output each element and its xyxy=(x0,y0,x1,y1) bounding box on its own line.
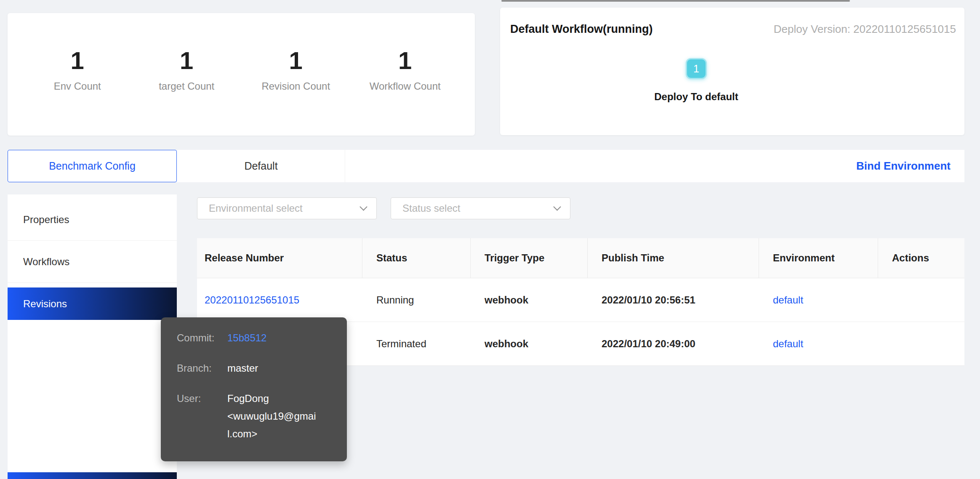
workflow-step-number: 1 xyxy=(693,63,699,75)
user-value: FogDong <wuwuglu19@gmail.com> xyxy=(227,390,317,443)
sidebar-divider xyxy=(8,282,177,283)
sidebar-item-partial[interactable] xyxy=(8,472,177,479)
trigger-type-cell: webhook xyxy=(471,278,588,322)
stat-revision-count: 1 Revision Count xyxy=(241,47,351,92)
environment-link[interactable]: default xyxy=(759,322,878,365)
sidebar-item-workflows[interactable]: Workflows xyxy=(8,245,177,278)
revision-detail-tooltip: Commit: 15b8512 Branch: master User: Fog… xyxy=(161,317,347,461)
stat-label: Revision Count xyxy=(261,80,330,92)
stat-value: 1 xyxy=(71,47,84,75)
column-header-environment: Environment xyxy=(759,238,878,278)
status-select-placeholder: Status select xyxy=(402,202,460,214)
horizontal-scrollbar[interactable] xyxy=(501,0,850,2)
actions-cell xyxy=(878,278,964,322)
column-header-publish-time: Publish Time xyxy=(588,238,759,278)
stat-value: 1 xyxy=(398,47,412,75)
environment-tab-bar: Benchmark Config Default Bind Environmen… xyxy=(8,150,964,182)
workflow-step-node[interactable]: 1 xyxy=(686,58,707,79)
tooltip-branch-row: Branch: master xyxy=(177,359,334,377)
stat-env-count: 1 Env Count xyxy=(23,47,132,92)
stat-workflow-count: 1 Workflow Count xyxy=(351,47,460,92)
status-select[interactable]: Status select xyxy=(391,197,570,219)
workflow-card: Default Workflow(running) Deploy Version… xyxy=(500,8,964,135)
tooltip-commit-row: Commit: 15b8512 xyxy=(177,329,334,347)
environment-link[interactable]: default xyxy=(759,278,878,322)
sidebar-item-properties[interactable]: Properties xyxy=(8,203,177,236)
user-label: User: xyxy=(177,390,227,443)
bind-environment-link[interactable]: Bind Environment xyxy=(856,150,951,182)
sidebar-divider xyxy=(8,240,177,241)
branch-label: Branch: xyxy=(177,359,227,377)
actions-cell xyxy=(878,322,964,365)
tab-default[interactable]: Default xyxy=(177,150,345,182)
branch-value: master xyxy=(227,359,317,377)
column-header-status: Status xyxy=(362,238,471,278)
commit-hash-link[interactable]: 15b8512 xyxy=(227,329,317,347)
column-header-actions: Actions xyxy=(878,238,964,278)
publish-time-cell: 2022/01/10 20:49:00 xyxy=(588,322,759,365)
status-cell: Running xyxy=(362,278,471,322)
chevron-down-icon xyxy=(553,203,561,210)
workflow-card-header: Default Workflow(running) Deploy Version… xyxy=(510,23,956,36)
sidebar: Properties Workflows Revisions xyxy=(8,194,177,479)
deploy-version-label: Deploy Version: 20220110125651015 xyxy=(774,23,956,36)
column-header-release-number: Release Number xyxy=(197,238,362,278)
environment-select[interactable]: Environmental select xyxy=(197,197,377,219)
commit-label: Commit: xyxy=(177,329,227,347)
chevron-down-icon xyxy=(360,203,367,210)
stat-value: 1 xyxy=(289,47,303,75)
publish-time-cell: 2022/01/10 20:56:51 xyxy=(588,278,759,322)
column-header-trigger-type: Trigger Type xyxy=(471,238,588,278)
release-number-link[interactable]: 20220110125651015 xyxy=(197,278,362,322)
environment-select-placeholder: Environmental select xyxy=(209,202,303,214)
stats-summary-card: 1 Env Count 1 target Count 1 Revision Co… xyxy=(8,13,475,136)
workflow-title: Default Workflow(running) xyxy=(510,23,652,36)
workflow-step-label: Deploy To default xyxy=(633,91,759,103)
table-row: 20220110125651015 Running webhook 2022/0… xyxy=(197,278,964,322)
status-cell: Terminated xyxy=(362,322,471,365)
application-detail-page: 1 Env Count 1 target Count 1 Revision Co… xyxy=(0,0,980,479)
tooltip-user-row: User: FogDong <wuwuglu19@gmail.com> xyxy=(177,390,334,443)
stat-value: 1 xyxy=(180,47,193,75)
sidebar-item-revisions[interactable]: Revisions xyxy=(8,287,177,320)
tab-benchmark-config[interactable]: Benchmark Config xyxy=(8,150,177,182)
stat-target-count: 1 target Count xyxy=(132,47,242,92)
trigger-type-cell: webhook xyxy=(471,322,588,365)
table-header-row: Release Number Status Trigger Type Publi… xyxy=(197,238,964,278)
stat-label: Workflow Count xyxy=(370,80,441,92)
stat-label: Env Count xyxy=(54,80,101,92)
stat-label: target Count xyxy=(159,80,214,92)
